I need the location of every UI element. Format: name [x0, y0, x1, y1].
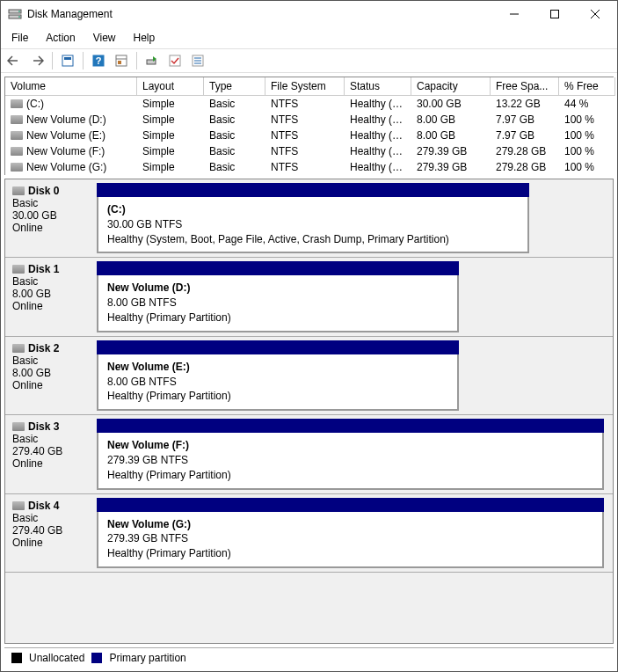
disk-id: Disk 4: [28, 500, 59, 512]
partition-size: 8.00 GB NTFS: [107, 296, 448, 310]
col-capacity[interactable]: Capacity: [411, 77, 491, 96]
partition-title: (C:): [107, 202, 519, 217]
disk-id: Disk 1: [28, 263, 59, 275]
col-filesystem[interactable]: File System: [265, 77, 345, 96]
back-button[interactable]: [4, 51, 24, 70]
settings-button[interactable]: [112, 51, 131, 70]
col-type[interactable]: Type: [204, 77, 265, 96]
svg-point-2: [18, 11, 20, 12]
toolbar-separator: [83, 52, 84, 69]
drive-icon: [11, 131, 23, 140]
refresh-button[interactable]: [58, 51, 77, 70]
list-button[interactable]: [188, 51, 207, 70]
volume-capacity: 279.39 GB: [411, 143, 491, 159]
titlebar: Disk Management: [1, 1, 617, 27]
partition-size: 8.00 GB NTFS: [107, 375, 448, 390]
disk-state: Online: [12, 457, 86, 470]
disk-info[interactable]: Disk 0Basic30.00 GBOnline: [5, 179, 93, 257]
disk-row: Disk 2Basic8.00 GBOnlineNew Volume (E:)8…: [5, 337, 613, 415]
volume-row[interactable]: New Volume (G:)SimpleBasicNTFSHealthy (P…: [5, 159, 614, 175]
app-icon: [8, 7, 22, 21]
partition-color-bar: [97, 183, 529, 197]
menu-help[interactable]: Help: [127, 29, 163, 47]
disk-state: Online: [12, 222, 86, 234]
disk-icon: [12, 265, 25, 274]
partition-block[interactable]: (C:)30.00 GB NTFSHealthy (System, Boot, …: [97, 197, 529, 253]
volume-status: Healthy (S...: [345, 96, 411, 112]
forward-button[interactable]: [27, 51, 47, 70]
col-freespace[interactable]: Free Spa...: [491, 77, 559, 96]
volume-type: Basic: [204, 159, 265, 175]
disk-id: Disk 3: [28, 420, 59, 433]
legend-unallocated-swatch: [11, 653, 22, 663]
disk-info[interactable]: Disk 3Basic279.40 GBOnline: [5, 415, 93, 493]
volume-row[interactable]: New Volume (E:)SimpleBasicNTFSHealthy (P…: [5, 128, 614, 143]
volume-layout: Simple: [137, 112, 204, 128]
svg-rect-9: [64, 57, 71, 60]
legend: Unallocated Primary partition: [4, 647, 614, 668]
disk-state: Online: [12, 300, 86, 312]
properties-button[interactable]: [165, 51, 185, 70]
disk-row: Disk 3Basic279.40 GBOnlineNew Volume (F:…: [5, 415, 613, 493]
minimize-button[interactable]: [494, 1, 534, 27]
legend-unallocated-label: Unallocated: [29, 652, 84, 664]
partition-size: 279.39 GB NTFS: [107, 453, 593, 468]
volume-pct: 100 %: [559, 159, 615, 175]
close-button[interactable]: [575, 1, 615, 27]
volume-row[interactable]: New Volume (F:)SimpleBasicNTFSHealthy (P…: [5, 143, 614, 159]
volume-capacity: 8.00 GB: [411, 128, 491, 143]
volume-table: Volume Layout Type File System Status Ca…: [4, 77, 614, 175]
svg-rect-14: [118, 61, 121, 64]
volume-pct: 100 %: [559, 128, 615, 143]
col-pctfree[interactable]: % Free: [559, 77, 615, 96]
menu-view[interactable]: View: [86, 29, 123, 47]
volume-capacity: 30.00 GB: [411, 96, 491, 112]
drive-icon: [11, 115, 23, 124]
disk-id: Disk 2: [28, 342, 59, 354]
disk-type: Basic: [12, 512, 86, 524]
disk-info[interactable]: Disk 1Basic8.00 GBOnline: [5, 258, 93, 335]
volume-layout: Simple: [137, 96, 204, 112]
disk-icon: [12, 422, 25, 431]
drive-icon: [11, 163, 23, 172]
action-button[interactable]: [142, 51, 162, 70]
window-title: Disk Management: [27, 8, 494, 20]
disk-type: Basic: [12, 197, 86, 209]
volume-name: New Volume (F:): [26, 145, 105, 157]
disk-state: Online: [12, 379, 86, 391]
volume-fs: NTFS: [265, 128, 345, 143]
disk-type: Basic: [12, 354, 86, 367]
col-layout[interactable]: Layout: [137, 77, 204, 96]
volume-fs: NTFS: [265, 143, 345, 159]
volume-row[interactable]: (C:)SimpleBasicNTFSHealthy (S...30.00 GB…: [5, 96, 614, 112]
disk-type: Basic: [12, 275, 86, 288]
menu-action[interactable]: Action: [39, 29, 82, 47]
partition-block[interactable]: New Volume (E:)8.00 GB NTFSHealthy (Prim…: [97, 354, 459, 411]
volume-fs: NTFS: [265, 96, 345, 112]
volume-free: 7.97 GB: [491, 112, 559, 128]
disk-info[interactable]: Disk 2Basic8.00 GBOnline: [5, 337, 93, 414]
partition-block[interactable]: New Volume (D:)8.00 GB NTFSHealthy (Prim…: [97, 275, 459, 332]
volume-layout: Simple: [137, 128, 204, 143]
volume-layout: Simple: [137, 159, 204, 175]
menu-file[interactable]: File: [4, 29, 35, 47]
col-status[interactable]: Status: [345, 77, 411, 96]
partition-color-bar: [97, 261, 459, 275]
disk-info[interactable]: Disk 4Basic279.40 GBOnline: [5, 494, 93, 572]
volume-row[interactable]: New Volume (D:)SimpleBasicNTFSHealthy (P…: [5, 112, 614, 128]
partition-block[interactable]: New Volume (F:)279.39 GB NTFSHealthy (Pr…: [97, 433, 604, 489]
partition-color-bar: [97, 498, 604, 512]
partition-block[interactable]: New Volume (G:)279.39 GB NTFSHealthy (Pr…: [97, 512, 604, 568]
maximize-button[interactable]: [534, 1, 575, 27]
volume-capacity: 8.00 GB: [411, 112, 491, 128]
volume-fs: NTFS: [265, 112, 345, 128]
disk-icon: [12, 501, 25, 510]
volume-name: New Volume (G:): [26, 161, 106, 173]
volume-pct: 100 %: [559, 112, 615, 128]
volume-capacity: 279.39 GB: [411, 159, 491, 175]
partition-title: New Volume (D:): [107, 281, 448, 296]
disk-state: Online: [12, 537, 86, 549]
menubar: File Action View Help: [1, 27, 617, 48]
help-button[interactable]: ?: [89, 51, 108, 70]
col-volume[interactable]: Volume: [5, 77, 137, 96]
